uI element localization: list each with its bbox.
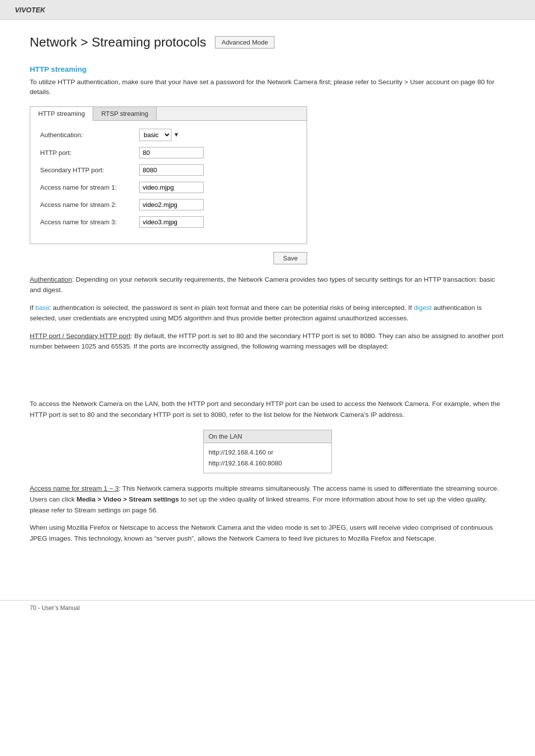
save-button[interactable]: Save: [273, 252, 307, 264]
input-stream1[interactable]: [139, 182, 204, 193]
page-title: Network > Streaming protocols: [30, 35, 206, 50]
http-streaming-section: HTTP streaming To utilize HTTP authentic…: [30, 65, 505, 544]
footer: 70 - User’s Manual: [0, 600, 535, 615]
lan-para: To access the Network Camera on the LAN,…: [30, 399, 505, 420]
label-stream1: Access name for stream 1:: [40, 184, 139, 191]
lan-address-2: http://192.168.4.160:8080: [209, 458, 326, 469]
page-title-area: Network > Streaming protocols Advanced M…: [30, 35, 505, 50]
access-name-term: Access name for stream 1 ~ 3: [30, 485, 119, 492]
brand-logo: VIVOTEK: [15, 6, 45, 14]
form-row-stream1: Access name for stream 1:: [40, 182, 297, 193]
header-bar: VIVOTEK: [0, 0, 535, 20]
input-http-port[interactable]: [139, 147, 204, 158]
http-port-term: HTTP port / Secondary HTTP port: [30, 332, 131, 340]
lan-box-content: http://192.168.4.160 or http://192.168.4…: [204, 443, 331, 473]
section-intro: To utilize HTTP authentication, make sur…: [30, 77, 505, 98]
tab-content: Authentication: basic digest ▼ HTTP port…: [30, 121, 307, 244]
input-stream2[interactable]: [139, 199, 204, 210]
lan-address-1: http://192.168.4.160 or: [209, 447, 326, 458]
save-row: Save: [30, 252, 307, 264]
form-row-authentication: Authentication: basic digest ▼: [40, 129, 297, 141]
tab-header: HTTP streaming RTSP streaming: [30, 107, 307, 121]
label-stream3: Access name for stream 3:: [40, 218, 139, 226]
mozilla-para: When using Mozilla Firefox or Netscape t…: [30, 522, 505, 544]
label-secondary-http-port: Secondary HTTP port:: [40, 166, 139, 174]
auth-description-para: Authentication: Depending on your networ…: [30, 274, 505, 296]
form-row-stream2: Access name for stream 2:: [40, 199, 297, 210]
main-content: Network > Streaming protocols Advanced M…: [0, 20, 535, 580]
input-secondary-http-port[interactable]: [139, 164, 204, 176]
tab-http-streaming[interactable]: HTTP streaming: [30, 107, 93, 121]
http-port-para: HTTP port / Secondary HTTP port: By defa…: [30, 331, 505, 352]
form-row-stream3: Access name for stream 3:: [40, 216, 297, 228]
form-row-http-port: HTTP port:: [40, 147, 297, 158]
label-authentication: Authentication:: [40, 131, 139, 139]
digest-link[interactable]: digest: [414, 304, 431, 311]
form-row-secondary-http-port: Secondary HTTP port:: [40, 164, 297, 176]
select-authentication[interactable]: basic digest: [139, 129, 171, 141]
auth-detail-para: If basic authentication is selected, the…: [30, 302, 505, 324]
tab-rtsp-streaming[interactable]: RTSP streaming: [93, 107, 157, 120]
label-stream2: Access name for stream 2:: [40, 201, 139, 208]
section-title: HTTP streaming: [30, 65, 505, 73]
lan-box-header: On the LAN: [204, 430, 331, 443]
advanced-mode-button[interactable]: Advanced Mode: [215, 36, 274, 49]
access-name-para: Access name for stream 1 ~ 3: This Netwo…: [30, 483, 505, 515]
lan-address-box: On the LAN http://192.168.4.160 or http:…: [203, 430, 332, 473]
auth-term: Authentication: [30, 276, 72, 283]
tab-panel: HTTP streaming RTSP streaming Authentica…: [30, 106, 307, 244]
basic-link[interactable]: basic: [35, 304, 51, 311]
dropdown-arrow: ▼: [173, 131, 179, 138]
warning-area: [30, 359, 505, 399]
input-stream3[interactable]: [139, 216, 204, 228]
label-http-port: HTTP port:: [40, 149, 139, 156]
footer-text: 70 - User’s Manual: [30, 605, 80, 611]
